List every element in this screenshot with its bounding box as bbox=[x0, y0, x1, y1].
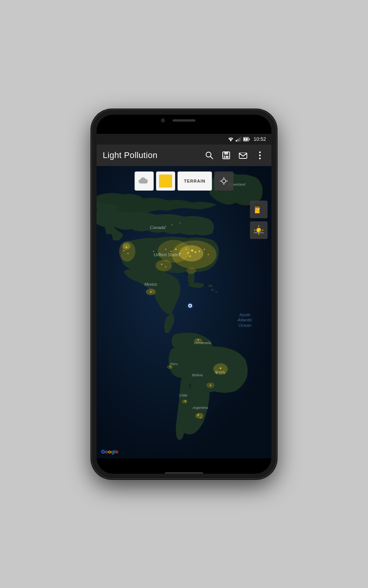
svg-point-19 bbox=[209, 285, 213, 287]
svg-point-55 bbox=[150, 291, 151, 292]
svg-point-66 bbox=[171, 224, 172, 226]
svg-rect-4 bbox=[240, 137, 241, 142]
svg-point-26 bbox=[122, 243, 130, 250]
more-icon bbox=[259, 151, 261, 160]
svg-text:Chile: Chile bbox=[179, 393, 187, 397]
svg-point-48 bbox=[204, 249, 205, 250]
svg-point-32 bbox=[196, 413, 204, 418]
map-toolbar: TERRAIN bbox=[135, 171, 233, 191]
svg-point-59 bbox=[210, 384, 211, 386]
svg-point-53 bbox=[161, 264, 163, 265]
signal-icon bbox=[236, 137, 241, 142]
svg-rect-1 bbox=[236, 140, 237, 142]
svg-text:Ocean: Ocean bbox=[238, 323, 251, 328]
svg-point-52 bbox=[123, 250, 125, 251]
share-button[interactable] bbox=[238, 150, 248, 161]
legend-button[interactable] bbox=[250, 201, 268, 218]
svg-point-82 bbox=[222, 179, 226, 183]
battery-icon bbox=[243, 137, 250, 142]
terrain-button[interactable]: TERRAIN bbox=[177, 171, 212, 191]
save-icon bbox=[222, 151, 230, 160]
svg-point-60 bbox=[197, 414, 199, 415]
svg-point-38 bbox=[195, 251, 196, 253]
svg-point-54 bbox=[165, 266, 166, 267]
svg-point-21 bbox=[215, 291, 217, 292]
svg-text:Peru: Peru bbox=[170, 361, 178, 366]
svg-point-50 bbox=[126, 246, 127, 248]
svg-text:Atlantic: Atlantic bbox=[237, 317, 252, 322]
legend-icon bbox=[253, 203, 265, 216]
svg-point-44 bbox=[189, 255, 191, 257]
svg-rect-7 bbox=[249, 138, 250, 140]
save-button[interactable] bbox=[221, 150, 232, 161]
google-logo: Google bbox=[101, 449, 118, 455]
svg-point-39 bbox=[186, 249, 187, 250]
phone-speaker bbox=[172, 119, 196, 122]
layer-yellow-square bbox=[159, 175, 172, 188]
svg-point-56 bbox=[220, 367, 222, 369]
status-time: 10:52 bbox=[253, 136, 266, 142]
sunrise-icon bbox=[252, 224, 265, 236]
svg-point-40 bbox=[199, 250, 200, 252]
map-area[interactable]: North Atlantic Ocean Canada United State… bbox=[97, 166, 271, 458]
phone-camera bbox=[161, 119, 165, 122]
svg-point-41 bbox=[175, 248, 177, 250]
screen: 10:52 Light Pollution bbox=[97, 134, 271, 458]
svg-point-62 bbox=[184, 400, 186, 402]
svg-text:Mexico: Mexico bbox=[144, 282, 157, 287]
svg-point-17 bbox=[259, 157, 261, 159]
svg-line-9 bbox=[210, 156, 213, 159]
wifi-icon bbox=[228, 137, 234, 142]
status-bar: 10:52 bbox=[97, 134, 271, 145]
svg-point-27 bbox=[156, 260, 172, 271]
cloud-icon bbox=[138, 176, 150, 186]
search-icon bbox=[205, 151, 214, 160]
svg-point-15 bbox=[259, 151, 261, 153]
svg-point-20 bbox=[211, 289, 214, 291]
phone-device: 10:52 Light Pollution bbox=[92, 110, 276, 478]
app-bar-actions bbox=[204, 150, 265, 161]
svg-text:Brazil: Brazil bbox=[215, 369, 225, 374]
svg-text:United States: United States bbox=[154, 252, 181, 257]
right-controls bbox=[250, 201, 268, 239]
svg-text:Venezuela: Venezuela bbox=[194, 340, 211, 344]
phone-screen-container: 10:52 Light Pollution bbox=[97, 115, 271, 474]
svg-rect-11 bbox=[224, 152, 228, 155]
share-icon bbox=[238, 151, 248, 160]
cloud-toggle-button[interactable] bbox=[135, 171, 154, 191]
svg-point-37 bbox=[187, 252, 189, 254]
locate-icon bbox=[219, 176, 228, 186]
svg-text:North: North bbox=[240, 312, 250, 317]
svg-point-45 bbox=[165, 249, 166, 250]
svg-rect-2 bbox=[237, 139, 238, 142]
app-bar: Light Pollution bbox=[97, 145, 271, 166]
svg-point-24 bbox=[158, 240, 190, 262]
svg-point-61 bbox=[200, 417, 202, 418]
more-options-button[interactable] bbox=[255, 150, 265, 161]
svg-point-0 bbox=[230, 140, 231, 141]
locate-button[interactable] bbox=[214, 171, 233, 191]
status-icons: 10:52 bbox=[228, 136, 266, 142]
sunrise-button[interactable] bbox=[250, 221, 268, 239]
svg-point-49 bbox=[208, 254, 209, 255]
app-title: Light Pollution bbox=[103, 150, 204, 160]
svg-point-51 bbox=[127, 252, 128, 254]
svg-text:Bolivia: Bolivia bbox=[192, 373, 203, 377]
svg-point-28 bbox=[186, 267, 196, 274]
svg-text:Canada: Canada bbox=[150, 225, 166, 230]
svg-point-67 bbox=[179, 222, 181, 223]
search-button[interactable] bbox=[204, 150, 215, 161]
svg-text:Argentina: Argentina bbox=[192, 405, 208, 409]
svg-rect-13 bbox=[225, 156, 226, 158]
phone-home-indicator bbox=[165, 472, 203, 474]
map-svg: North Atlantic Ocean Canada United State… bbox=[97, 166, 271, 458]
svg-point-36 bbox=[191, 249, 193, 251]
svg-point-16 bbox=[259, 154, 261, 156]
svg-point-63 bbox=[169, 366, 171, 367]
svg-rect-3 bbox=[239, 138, 240, 142]
svg-rect-12 bbox=[224, 156, 228, 158]
light-layer-button[interactable] bbox=[156, 171, 175, 191]
